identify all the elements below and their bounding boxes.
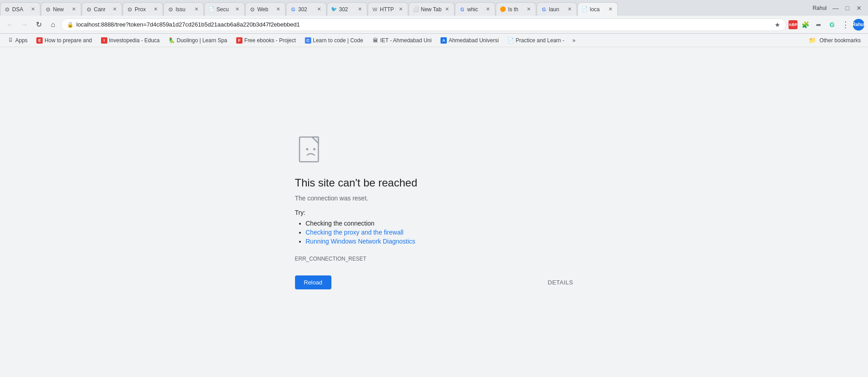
tab-label: HTTP bbox=[380, 6, 395, 13]
extensions-icon[interactable]: 🧩 bbox=[799, 18, 811, 31]
tab-new[interactable]: ⊙ New ✕ bbox=[41, 2, 81, 16]
file-favicon: 📄 bbox=[208, 6, 215, 13]
bookmark-ahmedabad-uni[interactable]: A Ahmedabad Universi bbox=[437, 36, 502, 45]
bookmark-apps[interactable]: ⠿ Apps bbox=[4, 36, 31, 45]
list-item-connection: Checking the connection bbox=[306, 220, 415, 227]
star-icon[interactable]: ★ bbox=[775, 21, 780, 28]
error-code: ERR_CONNECTION_RESET bbox=[295, 256, 366, 262]
tab-close-button[interactable]: ✕ bbox=[234, 6, 241, 13]
github-favicon: ⊙ bbox=[86, 6, 92, 13]
bookmarks-bar: ⠿ Apps E How to prepare and I Investoped… bbox=[0, 34, 868, 47]
tab-canr[interactable]: ⊙ Canr ✕ bbox=[82, 2, 122, 16]
tab-close-button[interactable]: ✕ bbox=[70, 6, 77, 13]
tab-prox[interactable]: ⊙ Prox ✕ bbox=[123, 2, 163, 16]
close-button[interactable]: ✕ bbox=[855, 4, 864, 13]
tab-web[interactable]: ⊙ Web ✕ bbox=[245, 2, 286, 16]
tab-isth[interactable]: 🟠 Is th ✕ bbox=[496, 2, 536, 16]
back-button[interactable]: ← bbox=[4, 18, 16, 31]
tab-label: Prox bbox=[135, 6, 150, 13]
bookmark-free-ebooks[interactable]: F Free ebooks - Project bbox=[233, 36, 300, 45]
bookmark-label: IET - Ahmedabad Uni bbox=[380, 37, 432, 44]
svg-point-1 bbox=[306, 148, 308, 151]
tabs-container: ⊙ DSA ✕ ⊙ New ✕ ⊙ Canr ✕ ⊙ Prox ✕ bbox=[0, 0, 808, 16]
tab-issu[interactable]: ⊙ Issu ✕ bbox=[163, 2, 204, 16]
bookmark-practice-learn[interactable]: 📄 Practice and Learn - bbox=[504, 36, 568, 45]
tab-close-button[interactable]: ✕ bbox=[152, 6, 159, 13]
tab-label: Is th bbox=[508, 6, 523, 13]
file-favicon: 📄 bbox=[582, 6, 588, 13]
github-favicon: ⊙ bbox=[167, 6, 174, 13]
minimize-button[interactable]: — bbox=[831, 4, 840, 13]
network-diagnostics-link[interactable]: Running Windows Network Diagnostics bbox=[306, 238, 415, 245]
adblock-extension-icon[interactable]: ABP bbox=[789, 20, 798, 29]
error-container: This site can't be reached The connectio… bbox=[277, 117, 591, 307]
menu-button[interactable]: ⋮ bbox=[839, 18, 852, 31]
tab-whic[interactable]: G whic ✕ bbox=[455, 2, 495, 16]
bookmark-label: Duolingo | Learn Spa bbox=[177, 37, 228, 44]
examcracy-favicon: E bbox=[36, 37, 43, 44]
bookmark-investopedia[interactable]: I Investopedia - Educa bbox=[97, 36, 163, 45]
twitter-favicon: 🐦 bbox=[331, 6, 337, 13]
tab-302g[interactable]: G 302 ✕ bbox=[286, 2, 326, 16]
bookmarks-more-button[interactable]: » bbox=[570, 36, 578, 45]
google-favicon: G bbox=[541, 6, 547, 13]
grammarly-icon[interactable]: G bbox=[826, 18, 838, 31]
bookmark-duolingo[interactable]: 🦜 Duolingo | Learn Spa bbox=[165, 36, 231, 45]
list-item-diagnostics: Running Windows Network Diagnostics bbox=[306, 238, 415, 245]
cast-icon[interactable]: ➦ bbox=[812, 18, 825, 31]
url-display: localhost:8888/tree?token=7d4c859a1d27cd… bbox=[76, 21, 772, 28]
address-bar-row: ← → ↻ ⌂ 🔒 localhost:8888/tree?token=7d4c… bbox=[0, 16, 868, 34]
tab-close-button[interactable]: ✕ bbox=[484, 6, 491, 13]
bookmark-learn-to-code[interactable]: C Learn to code | Code bbox=[301, 36, 367, 45]
tab-close-button[interactable]: ✕ bbox=[111, 6, 118, 13]
error-description: The connection was reset. bbox=[295, 195, 368, 202]
profile-avatar[interactable]: Rahul bbox=[853, 19, 864, 31]
other-bookmarks-button[interactable]: 📁 Other bookmarks bbox=[805, 35, 864, 45]
apps-favicon: ⠿ bbox=[7, 37, 13, 44]
tab-newtab[interactable]: ⬜ New Tab ✕ bbox=[409, 2, 454, 16]
google-favicon: G bbox=[459, 6, 465, 13]
tab-laun[interactable]: G laun ✕ bbox=[537, 2, 577, 16]
bookmark-label: Learn to code | Code bbox=[313, 37, 363, 44]
proxy-firewall-link[interactable]: Checking the proxy and the firewall bbox=[306, 229, 404, 236]
github-favicon: ⊙ bbox=[127, 6, 133, 13]
tab-http[interactable]: W HTTP ✕ bbox=[368, 2, 408, 16]
browser-window: ⊙ DSA ✕ ⊙ New ✕ ⊙ Canr ✕ ⊙ Prox ✕ bbox=[0, 0, 868, 377]
address-bar[interactable]: 🔒 localhost:8888/tree?token=7d4c859a1d27… bbox=[61, 18, 786, 31]
tab-close-button[interactable]: ✕ bbox=[443, 6, 450, 13]
tab-label: 302 bbox=[339, 6, 354, 13]
home-button[interactable]: ⌂ bbox=[47, 18, 59, 31]
window-controls: Rahul — □ ✕ bbox=[808, 4, 868, 13]
tab-close-button[interactable]: ✕ bbox=[274, 6, 282, 13]
maximize-button[interactable]: □ bbox=[843, 4, 852, 13]
toolbar-icons: ABP 🧩 ➦ G ⋮ Rahul bbox=[788, 18, 864, 31]
tab-label: Secu bbox=[216, 6, 232, 13]
tab-close-button[interactable]: ✕ bbox=[566, 6, 573, 13]
tab-label: whic bbox=[467, 6, 482, 13]
tab-label: loca bbox=[590, 6, 605, 13]
tab-label: DSA bbox=[12, 6, 27, 13]
tab-loca[interactable]: 📄 loca ✕ bbox=[577, 2, 618, 16]
error-try-label: Try: bbox=[295, 209, 306, 216]
tab-302t[interactable]: 🐦 302 ✕ bbox=[327, 2, 367, 16]
tab-close-button[interactable]: ✕ bbox=[315, 6, 322, 13]
reload-button[interactable]: Reload bbox=[295, 275, 331, 289]
tab-label: 302 bbox=[298, 6, 313, 13]
tab-close-button[interactable]: ✕ bbox=[607, 6, 614, 13]
bookmark-iet[interactable]: 🏛 IET - Ahmedabad Uni bbox=[369, 36, 436, 45]
forward-button[interactable]: → bbox=[18, 18, 31, 31]
tab-close-button[interactable]: ✕ bbox=[356, 6, 363, 13]
details-button[interactable]: DETAILS bbox=[548, 279, 573, 286]
list-item-proxy: Checking the proxy and the firewall bbox=[306, 229, 415, 236]
tab-secu[interactable]: 📄 Secu ✕ bbox=[204, 2, 245, 16]
ebooks-favicon: F bbox=[236, 37, 242, 44]
tab-dsa[interactable]: ⊙ DSA ✕ bbox=[0, 2, 40, 16]
tab-close-button[interactable]: ✕ bbox=[397, 6, 404, 13]
tab-close-button[interactable]: ✕ bbox=[525, 6, 532, 13]
tab-close-button[interactable]: ✕ bbox=[29, 6, 36, 13]
tab-close-button[interactable]: ✕ bbox=[193, 6, 200, 13]
investopedia-favicon: I bbox=[101, 37, 107, 44]
bookmark-how-to-prepare[interactable]: E How to prepare and bbox=[33, 36, 95, 45]
reload-nav-button[interactable]: ↻ bbox=[32, 18, 45, 31]
address-bar-icons: ★ bbox=[775, 21, 780, 28]
